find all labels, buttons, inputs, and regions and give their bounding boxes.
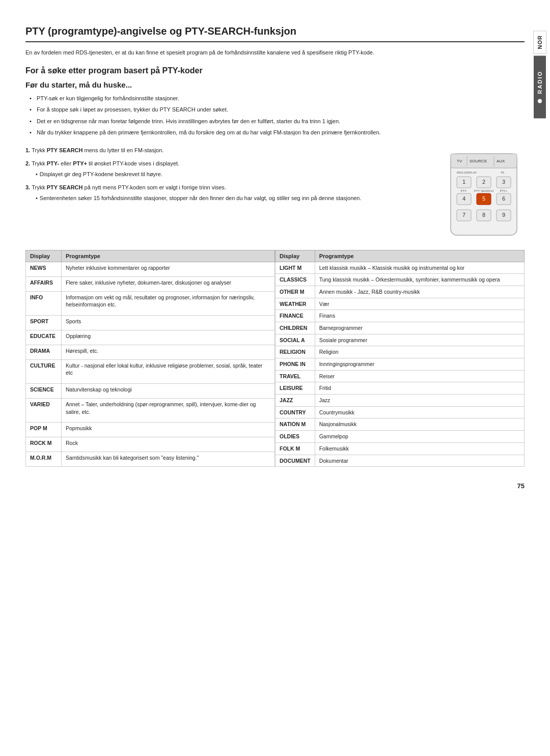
- display-cell: CHILDREN: [276, 322, 315, 334]
- table-row: NATION MNasjonalmusikk: [276, 418, 525, 431]
- svg-text:4: 4: [462, 195, 465, 202]
- step-2-bold1: PTY-: [47, 160, 59, 166]
- steps-list: 1. Trykk PTY SEARCH mens du lytter til e…: [25, 146, 433, 238]
- left-table-col1-header: Display: [26, 250, 62, 262]
- step-2-sub: Displayet gir deg PTY-kodene beskrevet t…: [25, 170, 433, 179]
- table-row: VARIEDAnnet – Taler, underholdning (spør…: [26, 398, 275, 422]
- step-2-num: 2.: [25, 160, 32, 166]
- programtype-cell: Samtidsmusikk kan bli kategorisert som "…: [62, 452, 275, 467]
- display-cell: PHONE IN: [276, 358, 315, 371]
- step-1: 1. Trykk PTY SEARCH mens du lytter til e…: [25, 146, 433, 155]
- table-row: AFFAIRSFlere saker, inklusive nyheter, d…: [26, 276, 275, 291]
- table-row: DRAMAHørespill, etc.: [26, 345, 275, 359]
- programtype-cell: Naturvitenskap og teknologi: [62, 383, 275, 398]
- display-cell: RELIGION: [276, 346, 315, 358]
- bullet-item: PTY-søk er kun tilgjengelig for forhånds…: [30, 94, 525, 103]
- table-row: ROCK MRock: [26, 437, 275, 452]
- svg-text:5: 5: [482, 195, 485, 202]
- step-2-prefix: Trykk: [32, 160, 47, 166]
- display-cell: ROCK M: [26, 437, 62, 452]
- table-row: FINANCEFinans: [276, 310, 525, 322]
- bullet-item: Det er en tidsgrense når man foretar føl…: [30, 117, 525, 126]
- svg-text:1: 1: [462, 179, 465, 185]
- display-cell: FOLK M: [276, 442, 315, 455]
- svg-text:TV: TV: [457, 159, 462, 163]
- programtype-cell: Countrymusikk: [315, 406, 524, 418]
- page-number: 75: [25, 482, 525, 490]
- step-2-bold2: PTY+: [73, 160, 87, 166]
- programtype-cell: Folkemusikk: [315, 442, 524, 455]
- nor-tab: NOR: [533, 31, 546, 53]
- display-cell: CLASSICS: [276, 274, 315, 286]
- table-row: LEISUREFritid: [276, 382, 525, 395]
- svg-text:3: 3: [502, 179, 505, 185]
- table-row: POP MPopmusikk: [26, 422, 275, 437]
- programtype-cell: Gammelpop: [315, 431, 524, 443]
- programtype-cell: Jazz: [315, 395, 524, 407]
- pty-tables: Display Programtype NEWSNyheter inklusiv…: [25, 250, 525, 467]
- table-row: SCIENCENaturvitenskap og teknologi: [26, 383, 275, 398]
- step-3-bold: PTY SEARCH: [47, 184, 83, 190]
- side-tabs: NOR RADIO: [531, 31, 549, 119]
- step-2-text2: til ønsket PTY-kode vises i displayet.: [87, 160, 179, 166]
- display-cell: OLDIES: [276, 431, 315, 443]
- programtype-cell: Kultur - nasjonal eller lokal kultur, in…: [62, 359, 275, 383]
- step-3-prefix: Trykk: [32, 184, 47, 190]
- remote-svg: TV SOURCE AUX RDS DISPLAY TA 1 2 3 PTY- …: [446, 151, 522, 238]
- table-row: RELIGIONReligion: [276, 346, 525, 358]
- display-cell: SPORT: [26, 315, 62, 330]
- table-row: EDUCATEOpplæring: [26, 330, 275, 345]
- programtype-cell: Lett klassisk musikk – Klassisk musikk o…: [315, 262, 524, 274]
- programtype-cell: Opplæring: [62, 330, 275, 345]
- table-row: SOCIAL ASosiale programmer: [276, 334, 525, 346]
- display-cell: EDUCATE: [26, 330, 62, 345]
- step-3-num: 3.: [25, 184, 32, 190]
- programtype-cell: Barneprogrammer: [315, 322, 524, 334]
- programtype-cell: Hørespill, etc.: [62, 345, 275, 359]
- svg-text:6: 6: [502, 195, 505, 202]
- display-cell: NATION M: [276, 418, 315, 431]
- step-1-num: 1.: [25, 147, 32, 153]
- display-cell: LEISURE: [276, 382, 315, 395]
- subsection-title: Før du starter, må du huske...: [25, 80, 525, 89]
- svg-text:PTY SEARCH: PTY SEARCH: [474, 189, 493, 192]
- step-1-text: mens du lytter til en FM-stasjon.: [82, 147, 163, 153]
- display-cell: POP M: [26, 422, 62, 437]
- display-cell: FINANCE: [276, 310, 315, 322]
- display-cell: OTHER M: [276, 286, 315, 298]
- svg-text:8: 8: [482, 212, 485, 218]
- section-title: For å søke etter program basert på PTY-k…: [25, 66, 525, 75]
- bullet-list: PTY-søk er kun tilgjengelig for forhånds…: [25, 94, 525, 137]
- programtype-cell: Religion: [315, 346, 524, 358]
- display-cell: CULTURE: [26, 359, 62, 383]
- step-2: 2. Trykk PTY- eller PTY+ til ønsket PTY-…: [25, 159, 433, 178]
- programtype-cell: Informasjon om vekt og mål, resultater o…: [62, 291, 275, 315]
- display-cell: INFO: [26, 291, 62, 315]
- radio-dot: [538, 99, 542, 103]
- table-row: COUNTRYCountrymusikk: [276, 406, 525, 418]
- svg-text:7: 7: [462, 212, 465, 218]
- programtype-cell: Innringingsprogrammer: [315, 358, 524, 371]
- display-cell: TRAVEL: [276, 370, 315, 382]
- table-row: DOCUMENTDokumentar: [276, 455, 525, 467]
- bullet-item: Når du trykker knappene på den primære f…: [30, 128, 525, 137]
- programtype-cell: Flere saker, inklusive nyheter, dokumen-…: [62, 276, 275, 291]
- page-title: PTY (programtype)-angivelse og PTY-SEARC…: [25, 25, 525, 42]
- radio-tab: RADIO: [534, 55, 546, 118]
- display-cell: WEATHER: [276, 298, 315, 310]
- step-1-bold: PTY SEARCH: [47, 147, 83, 153]
- programtype-cell: Sosiale programmer: [315, 334, 524, 346]
- programtype-cell: Dokumentar: [315, 455, 524, 467]
- display-cell: LIGHT M: [276, 262, 315, 274]
- programtype-cell: Finans: [315, 310, 524, 322]
- table-row: SPORTSports: [26, 315, 275, 330]
- svg-text:AUX: AUX: [497, 159, 505, 163]
- table-row: INFOInformasjon om vekt og mål, resultat…: [26, 291, 275, 315]
- step-3-sub: Senterenheten søker 15 forhåndsinnstilte…: [25, 194, 433, 203]
- bullet-item: For å stoppe søk i løpet av prosessen, t…: [30, 105, 525, 114]
- left-table-col2-header: Programtype: [62, 250, 275, 262]
- right-table-col1-header: Display: [276, 250, 315, 262]
- display-cell: M.O.R.M: [26, 452, 62, 467]
- display-cell: DOCUMENT: [276, 455, 315, 467]
- svg-text:PTY+: PTY+: [500, 189, 508, 192]
